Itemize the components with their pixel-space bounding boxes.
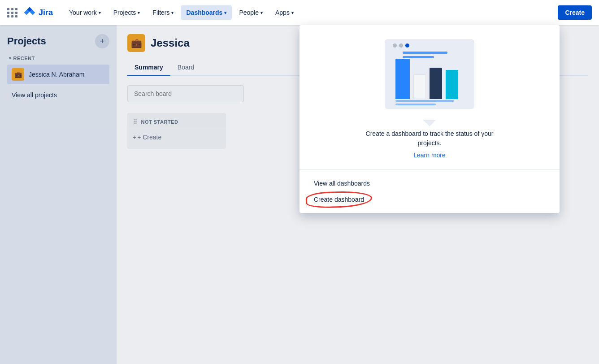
add-project-button[interactable]: + xyxy=(95,34,109,48)
dropdown-footer: View all dashboards Create dashboard xyxy=(300,169,560,213)
create-button[interactable]: Create xyxy=(558,5,592,20)
board-column-not-started: ⠿ NOT STARTED + + Create xyxy=(127,113,226,149)
chevron-down-icon: ▾ xyxy=(260,10,263,15)
search-board-input[interactable] xyxy=(127,85,244,102)
chevron-down-icon: ▾ xyxy=(138,10,140,15)
chevron-down-icon: ▾ xyxy=(224,10,226,15)
dot-gray xyxy=(393,43,397,48)
create-dashboard-label: Create dashboard xyxy=(314,196,364,203)
nav-projects[interactable]: Projects ▾ xyxy=(108,5,146,20)
tab-board[interactable]: Board xyxy=(170,59,201,76)
chart-line-1 xyxy=(403,52,447,54)
nav-items: Your work ▾ Projects ▾ Filters ▾ Dashboa… xyxy=(64,5,558,20)
dropdown-description: Create a dashboard to track the status o… xyxy=(358,129,501,148)
bar-dark xyxy=(430,68,442,99)
chart-illustration xyxy=(380,39,479,120)
dashboards-dropdown: Create a dashboard to track the status o… xyxy=(300,25,560,213)
top-navigation: Jira Your work ▾ Projects ▾ Filters ▾ Da… xyxy=(0,0,599,25)
column-header: ⠿ NOT STARTED xyxy=(133,118,221,126)
chart-background xyxy=(385,39,474,109)
drag-handle-icon: ⠿ xyxy=(133,118,138,126)
grid-icon[interactable] xyxy=(7,8,18,17)
project-header-name: Jessica xyxy=(151,37,190,49)
view-all-projects-link[interactable]: View all projects xyxy=(7,88,109,102)
chevron-down-icon: ▾ xyxy=(99,10,101,15)
create-issue-button[interactable]: + + Create xyxy=(133,131,221,143)
chart-footer-lines xyxy=(395,100,454,105)
logo-text: Jira xyxy=(39,8,53,17)
nav-people[interactable]: People ▾ xyxy=(234,5,268,20)
view-all-dashboards-item[interactable]: View all dashboards xyxy=(308,175,551,191)
sidebar-item-jessica[interactable]: 💼 Jessica N. Abraham xyxy=(7,65,109,84)
chevron-down-icon: ▾ xyxy=(9,56,12,61)
tab-summary[interactable]: Summary xyxy=(127,59,170,76)
nav-filters[interactable]: Filters ▾ xyxy=(147,5,179,20)
dot-blue xyxy=(405,43,409,48)
create-dashboard-wrapper: Create dashboard xyxy=(314,196,364,203)
bar-blue-tall xyxy=(395,59,410,99)
footer-line-2 xyxy=(395,104,436,105)
nav-apps[interactable]: Apps ▾ xyxy=(270,5,299,20)
chart-pointer xyxy=(423,120,436,126)
chart-lines xyxy=(403,52,447,58)
footer-line-1 xyxy=(395,100,454,102)
sidebar-title: Projects xyxy=(7,35,46,47)
nav-dashboards[interactable]: Dashboards ▾ xyxy=(181,5,232,20)
dropdown-main: Create a dashboard to track the status o… xyxy=(300,25,560,169)
recent-section-label: ▾ RECENT xyxy=(9,56,109,61)
jira-logo[interactable]: Jira xyxy=(23,6,53,19)
chart-bars xyxy=(395,59,458,99)
bar-empty xyxy=(413,74,426,99)
create-dashboard-item[interactable]: Create dashboard xyxy=(308,191,551,208)
dot-gray2 xyxy=(399,43,403,48)
chart-line-2 xyxy=(403,56,434,58)
chart-dots xyxy=(393,43,409,48)
learn-more-link[interactable]: Learn more xyxy=(413,152,446,159)
plus-icon: + xyxy=(133,134,136,141)
project-icon: 💼 xyxy=(12,68,24,81)
chevron-down-icon: ▾ xyxy=(171,10,174,15)
bar-teal xyxy=(446,70,458,99)
project-name: Jessica N. Abraham xyxy=(29,71,85,78)
sidebar: Projects + ▾ RECENT 💼 Jessica N. Abraham… xyxy=(0,25,117,364)
project-header-icon: 💼 xyxy=(127,34,145,52)
sidebar-header: Projects + xyxy=(7,34,109,48)
chevron-down-icon: ▾ xyxy=(291,10,294,15)
nav-your-work[interactable]: Your work ▾ xyxy=(64,5,106,20)
